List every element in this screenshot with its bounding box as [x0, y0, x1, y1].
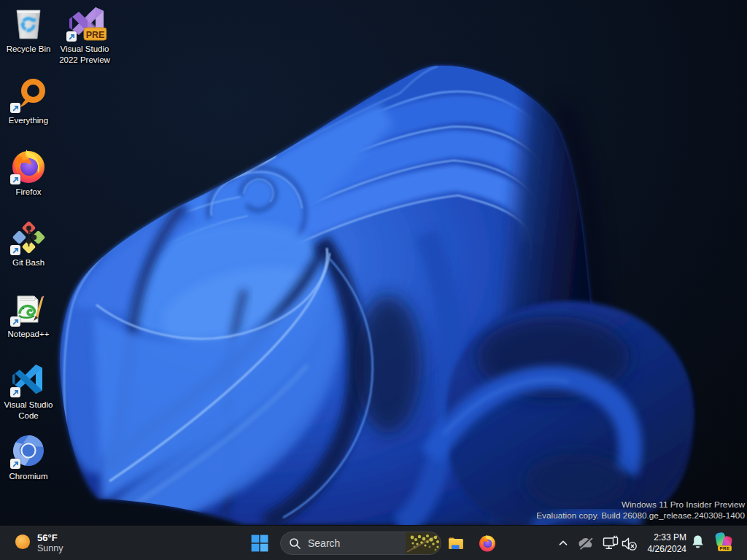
svg-text:PRE: PRE	[86, 30, 105, 40]
